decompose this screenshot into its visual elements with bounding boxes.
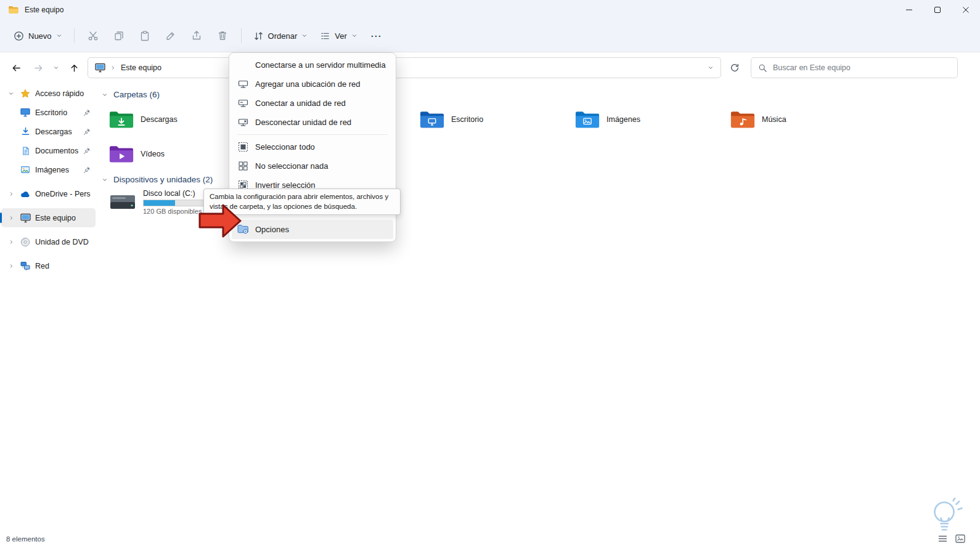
back-button[interactable]: [6, 58, 26, 78]
select-all-icon: [237, 142, 249, 152]
sidebar-item-label: Acceso rápido: [35, 89, 91, 98]
sidebar-item-onedrive[interactable]: OneDrive - Personal: [1, 184, 96, 203]
sidebar-item-acceso-rapido[interactable]: Acceso rápido: [1, 84, 96, 103]
chevron-right-icon[interactable]: [7, 239, 15, 245]
folders-group-header[interactable]: Carpetas (6): [102, 90, 160, 99]
sidebar-item-label: Este equipo: [35, 214, 91, 222]
trash-icon: [217, 30, 228, 41]
rename-icon: [165, 30, 176, 41]
address-location[interactable]: Este equipo: [121, 63, 161, 72]
drive-name: Disco local (C:): [143, 189, 207, 198]
search-input[interactable]: [773, 63, 950, 72]
devices-group-label: Dispositivos y unidades (2): [113, 175, 213, 184]
pictures-icon: [20, 165, 31, 174]
disk-usage-bar: [143, 200, 207, 206]
hard-drive-icon: [109, 190, 136, 214]
status-bar: 8 elementos: [0, 531, 980, 547]
maximize-button[interactable]: [923, 0, 952, 20]
network-icon: [20, 261, 31, 270]
devices-group-header[interactable]: Dispositivos y unidades (2): [102, 175, 213, 184]
search-icon: [758, 63, 767, 73]
sidebar-item-este-equipo[interactable]: Este equipo: [1, 208, 96, 227]
chevron-right-icon[interactable]: [7, 191, 15, 197]
sidebar-item-imagenes[interactable]: Imágenes: [1, 160, 96, 179]
pin-icon: [83, 147, 91, 155]
sidebar-item-label: Escritorio: [35, 108, 79, 117]
address-dropdown-button[interactable]: [708, 65, 714, 71]
sidebar-item-label: Imágenes: [35, 166, 79, 174]
paste-button[interactable]: [133, 25, 157, 46]
explorer-window: Este equipo Nuevo: [0, 0, 980, 547]
folder-name: Descargas: [141, 115, 178, 124]
see-more-button[interactable]: ···: [364, 26, 389, 46]
sidebar-item-unidad-dvd[interactable]: Unidad de DVD (D:): [1, 232, 96, 251]
items-count: 8 elementos: [6, 535, 45, 543]
cut-button[interactable]: [81, 25, 105, 46]
drive-free-space: 120 GB disponibles: [143, 208, 207, 215]
new-button[interactable]: Nuevo: [8, 26, 68, 46]
sidebar-item-documentos[interactable]: Documentos: [1, 141, 96, 160]
menu-item-conectar-unidad-red[interactable]: Conectar a unidad de red: [232, 94, 393, 113]
view-button-label: Ver: [335, 31, 347, 41]
menu-item-seleccionar-todo[interactable]: Seleccionar todo: [232, 137, 393, 156]
sort-button[interactable]: Ordenar: [248, 26, 314, 46]
red-arrow-annotation: [198, 203, 242, 239]
chevron-right-icon[interactable]: [7, 215, 15, 221]
rename-button[interactable]: [158, 25, 183, 46]
menu-item-desconectar-unidad-red[interactable]: Desconectar unidad de red: [232, 113, 393, 132]
pin-icon: [83, 166, 91, 174]
refresh-button[interactable]: [725, 58, 745, 78]
folder-name: Escritorio: [451, 115, 483, 124]
forward-button[interactable]: [28, 58, 48, 78]
minimize-button[interactable]: [895, 0, 923, 20]
menu-item-conectarse-servidor-multimedia[interactable]: Conectarse a un servidor multimedia: [232, 55, 393, 75]
share-button[interactable]: [184, 25, 209, 46]
star-icon: [20, 89, 31, 99]
this-pc-icon: [95, 63, 105, 73]
network-location-icon: [237, 79, 249, 89]
chevron-down-icon[interactable]: [102, 92, 108, 98]
chevron-down-icon[interactable]: [7, 91, 15, 97]
music-folder-icon: [730, 110, 755, 130]
desktop-icon: [20, 108, 31, 117]
sidebar-item-escritorio[interactable]: Escritorio: [1, 103, 96, 122]
folder-tile-imagenes[interactable]: Imágenes: [571, 103, 724, 136]
folder-tile-musica[interactable]: Música: [727, 103, 880, 136]
folder-tile-escritorio[interactable]: Escritorio: [416, 103, 569, 136]
new-button-label: Nuevo: [28, 31, 52, 41]
search-box[interactable]: [751, 57, 958, 78]
copy-button[interactable]: [107, 25, 131, 46]
sidebar-item-label: Unidad de DVD (D:): [35, 238, 91, 246]
menu-separator: [237, 134, 388, 135]
menu-item-no-seleccionar-nada[interactable]: No seleccionar nada: [232, 156, 393, 176]
address-bar[interactable]: Este equipo: [88, 57, 721, 78]
close-button[interactable]: [952, 0, 980, 20]
recent-locations-button[interactable]: [49, 58, 63, 78]
sidebar-item-descargas[interactable]: Descargas: [1, 122, 96, 141]
delete-button[interactable]: [210, 25, 235, 46]
toolbar-separator: [241, 28, 242, 43]
downloads-folder-icon: [109, 110, 134, 130]
sidebar-item-label: Red: [35, 262, 91, 270]
folder-name: Imágenes: [606, 115, 640, 124]
disconnect-drive-icon: [237, 117, 249, 128]
menu-item-opciones[interactable]: Opciones: [232, 220, 393, 239]
up-button[interactable]: [64, 58, 84, 78]
chevron-right-icon[interactable]: [7, 263, 15, 269]
select-none-icon: [237, 161, 249, 171]
paste-icon: [139, 30, 150, 41]
scissors-icon: [88, 30, 99, 41]
pin-icon: [83, 109, 91, 116]
menu-item-agregar-ubicacion-red[interactable]: Agregar una ubicación de red: [232, 75, 393, 94]
view-button[interactable]: Ver: [314, 26, 363, 46]
copy-icon: [113, 30, 125, 41]
sidebar-item-label: Documentos: [35, 147, 79, 155]
folder-name: Vídeos: [141, 150, 165, 158]
onedrive-cloud-icon: [20, 190, 31, 198]
chevron-down-icon[interactable]: [102, 177, 108, 183]
sidebar-item-red[interactable]: Red: [1, 256, 96, 275]
sort-icon: [253, 31, 264, 41]
lightbulb-watermark-icon: [926, 498, 966, 536]
connect-drive-icon: [237, 98, 249, 108]
sidebar-item-label: OneDrive - Personal: [35, 190, 91, 198]
